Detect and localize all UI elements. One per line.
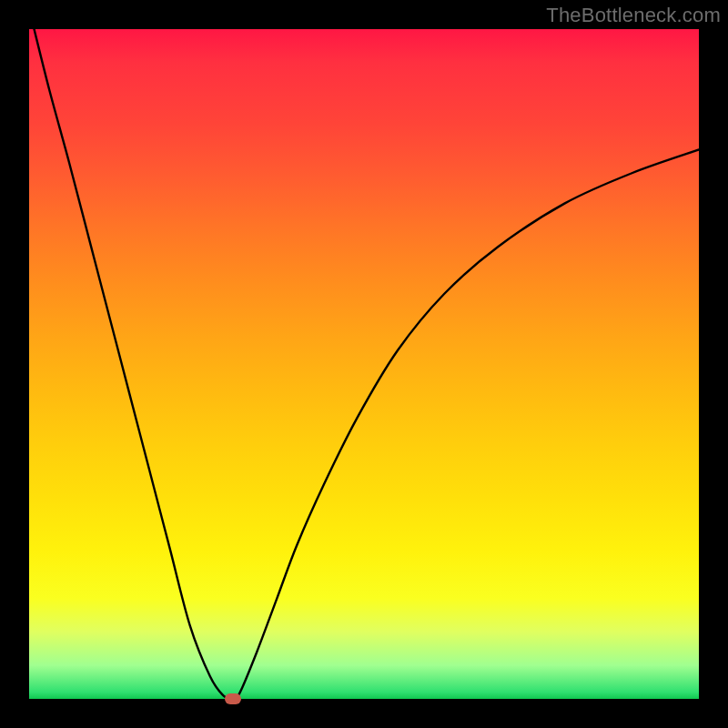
bottleneck-curve	[33, 29, 699, 699]
attribution-label: TheBottleneck.com	[546, 4, 721, 27]
chart-frame: TheBottleneck.com	[0, 0, 728, 728]
curve-svg	[29, 29, 699, 699]
plot-area	[29, 29, 699, 699]
minimum-marker	[225, 693, 241, 704]
